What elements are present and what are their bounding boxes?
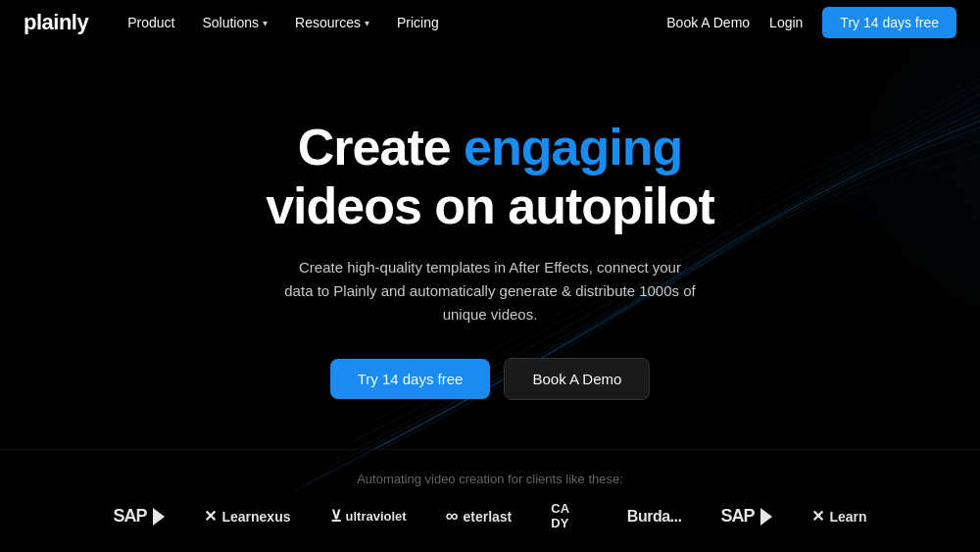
sap2-arrow-icon <box>760 508 772 526</box>
navbar: plainly Product Solutions ▾ Resources ▾ … <box>0 0 980 45</box>
hero-cta-primary[interactable]: Try 14 days free <box>330 359 491 399</box>
client-logo-sap2: SAP <box>720 506 772 527</box>
nav-cta-button[interactable]: Try 14 days free <box>822 7 956 38</box>
clients-section: Automating video creation for clients li… <box>0 449 980 552</box>
eterlast-icon: ∞ <box>446 506 459 527</box>
client-logo-ultraviolet: ⊻ ultraviolet <box>330 507 407 526</box>
client-logo-sap: SAP <box>113 506 165 527</box>
client-logo-learnexus: ✕ Learnexus <box>204 507 290 526</box>
hero-cta-secondary[interactable]: Book A Demo <box>504 358 650 400</box>
headline-text-create: Create <box>298 119 464 176</box>
solutions-chevron-icon: ▾ <box>263 18 268 28</box>
nav-solutions[interactable]: Solutions ▾ <box>202 15 268 30</box>
nav-book-demo[interactable]: Book A Demo <box>666 15 750 30</box>
hero-subtext: Create high-quality templates in After E… <box>284 256 696 326</box>
nav-pricing[interactable]: Pricing <box>397 15 439 30</box>
learnexus-x-icon: ✕ <box>204 507 217 526</box>
client-logo-cady: CA DY <box>551 502 588 530</box>
brand-logo[interactable]: plainly <box>24 10 88 35</box>
nav-links: Product Solutions ▾ Resources ▾ Pricing <box>127 15 666 30</box>
learnexus2-x-icon: ✕ <box>811 507 824 526</box>
nav-resources[interactable]: Resources ▾ <box>295 15 369 30</box>
hero-buttons: Try 14 days free Book A Demo <box>330 358 651 400</box>
nav-login[interactable]: Login <box>769 15 803 30</box>
headline-text-videos: videos on autopilot <box>266 177 714 234</box>
ultraviolet-icon: ⊻ <box>330 507 342 526</box>
client-logo-eterlast: ∞ eterlast <box>446 506 513 527</box>
client-logo-burda: Burda... <box>627 508 682 526</box>
nav-product[interactable]: Product <box>127 15 174 30</box>
nav-right: Book A Demo Login Try 14 days free <box>666 7 956 38</box>
sap-arrow-icon <box>153 508 165 526</box>
client-logo-learnexus2: ✕ Learn <box>811 507 866 526</box>
resources-chevron-icon: ▾ <box>365 18 369 28</box>
headline-accent: engaging <box>464 119 682 176</box>
hero-headline: Create engaging videos on autopilot <box>266 119 714 236</box>
clients-logos: SAP ✕ Learnexus ⊻ ultraviolet ∞ eterlast… <box>0 502 980 530</box>
clients-label: Automating video creation for clients li… <box>357 472 623 486</box>
